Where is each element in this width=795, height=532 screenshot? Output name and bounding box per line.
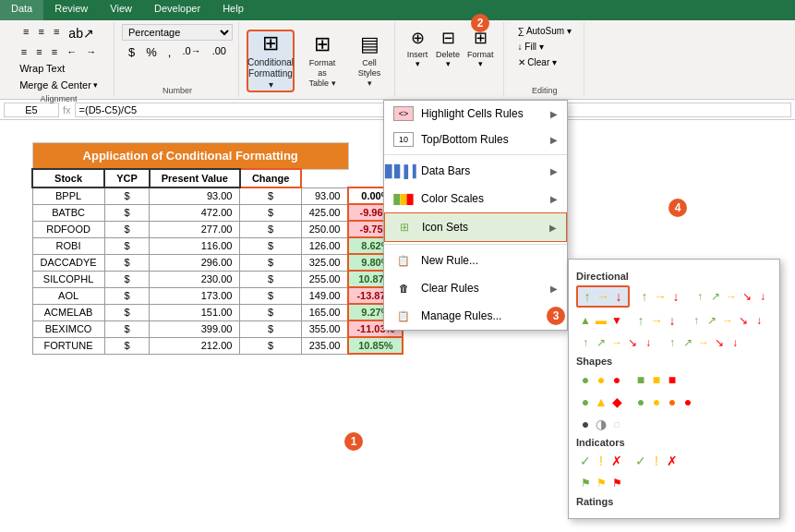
name-box[interactable] — [4, 103, 59, 117]
editing-group: ∑ AutoSum ▾ ↓ Fill ▾ ✕ Clear ▾ Editing — [506, 22, 584, 97]
col-change: Change — [240, 169, 301, 187]
cell-pv: 255.00 — [301, 271, 348, 287]
cell-ycp: 151.00 — [150, 304, 240, 320]
percent-btn[interactable]: % — [142, 43, 161, 61]
cells-group: ⊕ Insert ▾ ⊟ Delete ▾ ⊞ Format ▾ — [397, 22, 504, 97]
col-ycp: YCP — [104, 169, 150, 187]
formula-bar-separator: fx — [63, 104, 71, 115]
clear-rules-label: Clear Rules — [421, 282, 543, 295]
comma-btn[interactable]: , — [164, 43, 175, 61]
cell-pv-sign: $ — [240, 287, 301, 304]
merge-center-dropdown-icon[interactable]: ▾ — [93, 80, 98, 90]
new-rule-label: New Rule... — [421, 254, 558, 267]
format-table-label: Format asTable ▾ — [304, 58, 341, 88]
highlight-cells-icon: <> — [393, 106, 414, 121]
align-center-btn[interactable]: ≡ — [32, 44, 45, 59]
cell-pv: 126.00 — [301, 237, 348, 254]
align-top-right-btn[interactable]: ≡ — [50, 24, 63, 42]
table-row: DACCADYE$296.00$325.009.80% — [32, 254, 403, 271]
table-row: BATBC$472.00$425.00-9.96% — [32, 204, 403, 221]
icon-sets-icon: ⊞ — [394, 219, 415, 236]
col-present-value: Present Value — [150, 169, 240, 187]
cell-pv-sign: $ — [240, 221, 301, 237]
ribbon-bar: ≡ ≡ ≡ ab↗ ≡ ≡ ≡ ← → Wrap Text Merge & Ce… — [0, 20, 795, 100]
delete-dropdown-icon[interactable]: ▾ — [446, 59, 451, 68]
insert-dropdown-icon[interactable]: ▾ — [416, 59, 420, 68]
decrease-decimal-btn[interactable]: .0→ — [178, 43, 204, 61]
ribbon-tabs: Data Review View Developer Help — [0, 0, 795, 20]
wrap-text-btn[interactable]: Wrap Text — [16, 61, 102, 76]
number-group-label: Number — [163, 84, 192, 95]
tab-developer[interactable]: Developer — [143, 0, 211, 20]
table-row: AOL$173.00$149.00-13.87% — [32, 287, 403, 304]
tab-review[interactable]: Review — [43, 0, 99, 20]
dollar-btn[interactable]: $ — [125, 43, 139, 61]
col-stock: Stock — [32, 169, 104, 187]
highlight-cells-arrow: ▶ — [550, 109, 558, 119]
cell-stock: FORTUNE — [32, 337, 104, 354]
insert-btn[interactable]: ⊕ Insert ▾ — [403, 26, 432, 70]
align-bottom-row: ≡ ≡ ≡ ← → — [18, 44, 100, 59]
color-scales-icon: ███ — [393, 190, 414, 207]
align-right-btn[interactable]: ≡ — [48, 44, 61, 59]
clear-rules-icon: 🗑 — [393, 280, 414, 296]
topbottom-label: Top/Bottom Rules — [421, 133, 543, 146]
menu-clear-rules[interactable]: 🗑 Clear Rules ▶ — [384, 274, 567, 302]
indent-increase-btn[interactable]: → — [82, 44, 100, 59]
cell-pv: 325.00 — [301, 254, 348, 271]
alignment-group-label: Alignment — [40, 92, 77, 103]
menu-highlight-cells[interactable]: <> Highlight Cells Rules ▶ — [384, 101, 567, 127]
orientation-btn[interactable]: ab↗ — [65, 24, 98, 42]
delete-btn[interactable]: ⊟ Delete ▾ — [432, 26, 464, 70]
cell-change: 10.85% — [348, 337, 403, 354]
cell-ycp: 212.00 — [150, 337, 240, 354]
format-btn[interactable]: ⊞ Format ▾ — [464, 26, 498, 70]
tab-data[interactable]: Data — [0, 0, 43, 20]
color-scales-arrow: ▶ — [550, 194, 558, 204]
cell-pv: 149.00 — [301, 287, 348, 304]
menu-data-bars[interactable]: ▊▋▌▍ Data Bars ▶ — [384, 157, 567, 185]
menu-icon-sets[interactable]: ⊞ Icon Sets ▶ — [384, 212, 567, 242]
menu-manage-rules[interactable]: 📋 Manage Rules... — [384, 302, 567, 330]
conditional-formatting-btn[interactable]: ⊞ ConditionalFormatting ▾ — [247, 30, 295, 92]
fill-btn[interactable]: ↓ Fill ▾ — [512, 40, 578, 54]
highlight-cells-label: Highlight Cells Rules — [421, 107, 543, 120]
number-format-select[interactable]: Percentage — [122, 24, 233, 41]
indent-decrease-btn[interactable]: ← — [63, 44, 80, 59]
cell-styles-label: CellStyles ▾ — [355, 58, 383, 88]
menu-color-scales[interactable]: ███ Color Scales ▶ — [384, 185, 567, 212]
cell-ycp-sign: $ — [104, 237, 150, 254]
tab-view[interactable]: View — [99, 0, 143, 20]
menu-topbottom-rules[interactable]: 10 Top/Bottom Rules ▶ — [384, 127, 567, 152]
cell-stock: ACMELAB — [32, 304, 104, 320]
increase-decimal-btn[interactable]: .00 — [209, 43, 230, 61]
cell-ycp: 472.00 — [150, 204, 240, 221]
cell-pv: 93.00 — [301, 187, 348, 204]
table-row: ACMELAB$151.00$165.009.27% — [32, 304, 403, 320]
tab-help[interactable]: Help — [211, 0, 255, 20]
cell-pv-sign: $ — [240, 337, 301, 354]
cell-pv-sign: $ — [240, 204, 301, 221]
cell-ycp-sign: $ — [104, 204, 150, 221]
merge-center-label: Merge & Center — [19, 79, 91, 91]
menu-new-rule[interactable]: 📋 New Rule... — [384, 247, 567, 274]
align-top-center-btn[interactable]: ≡ — [35, 24, 48, 42]
cell-ycp-sign: $ — [104, 254, 150, 271]
clear-btn[interactable]: ✕ Clear ▾ — [512, 55, 578, 69]
color-scales-label: Color Scales — [421, 192, 543, 205]
cell-styles-btn[interactable]: ▤ CellStyles ▾ — [350, 30, 389, 92]
align-top-left-btn[interactable]: ≡ — [19, 24, 32, 42]
column-header-row: Stock YCP Present Value Change — [32, 169, 403, 187]
cell-ycp: 296.00 — [150, 254, 240, 271]
cell-stock: ROBI — [32, 237, 104, 254]
merge-center-btn[interactable]: Merge & Center ▾ — [16, 78, 102, 92]
data-bars-icon: ▊▋▌▍ — [393, 163, 414, 179]
manage-rules-label: Manage Rules... — [421, 309, 558, 322]
table-row: RDFOOD$277.00$250.00-9.75% — [32, 221, 403, 237]
conditional-formatting-menu[interactable]: <> Highlight Cells Rules ▶ 10 Top/Bottom… — [383, 100, 568, 331]
format-table-btn[interactable]: ⊞ Format asTable ▾ — [298, 30, 346, 92]
format-dropdown-icon[interactable]: ▾ — [478, 59, 483, 68]
align-left-btn[interactable]: ≡ — [18, 44, 30, 59]
autosum-btn[interactable]: ∑ AutoSum ▾ — [512, 24, 578, 38]
table-row: BEXIMCO$399.00$355.00-11.03% — [32, 320, 403, 337]
